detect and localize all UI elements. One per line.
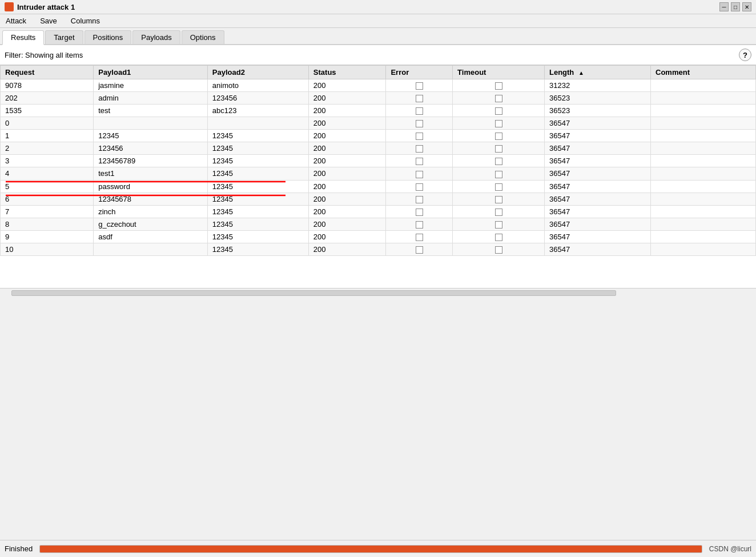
cell-error-checkbox[interactable] (416, 82, 423, 90)
cell-error[interactable] (386, 180, 453, 193)
cell-error-checkbox[interactable] (416, 120, 423, 127)
progress-bar-fill (40, 546, 702, 552)
col-length[interactable]: Length ▲ (544, 66, 650, 79)
cell-error-checkbox[interactable] (416, 133, 423, 140)
table-row[interactable]: 9078jasmineanimoto20031232 (1, 79, 756, 92)
cell-error[interactable] (386, 167, 453, 180)
cell-error[interactable] (386, 243, 453, 255)
cell-error[interactable] (386, 230, 453, 243)
menu-attack[interactable]: Attack (2, 15, 30, 26)
cell-payload1: jasmine (94, 79, 208, 92)
cell-timeout-checkbox[interactable] (495, 246, 502, 254)
cell-timeout[interactable] (453, 167, 545, 180)
results-table-container[interactable]: Request Payload1 Payload2 Status Error T… (0, 65, 756, 288)
cell-error[interactable] (386, 79, 453, 92)
cell-error[interactable] (386, 117, 453, 130)
title-bar-left: Intruder attack 1 (5, 2, 75, 11)
table-row[interactable]: 9asdf1234520036547 (1, 230, 756, 243)
cell-timeout[interactable] (453, 243, 545, 255)
cell-error[interactable] (386, 205, 453, 218)
cell-error-checkbox[interactable] (416, 209, 423, 216)
cell-timeout-checkbox[interactable] (495, 234, 502, 241)
cell-error-checkbox[interactable] (416, 95, 423, 102)
cell-timeout-checkbox[interactable] (495, 183, 502, 191)
cell-error[interactable] (386, 142, 453, 155)
cell-timeout[interactable] (453, 230, 545, 243)
cell-timeout-checkbox[interactable] (495, 196, 502, 203)
cell-timeout[interactable] (453, 92, 545, 105)
cell-timeout[interactable] (453, 155, 545, 167)
table-row[interactable]: 202admin12345620036523 (1, 92, 756, 105)
horizontal-scrollbar[interactable] (0, 288, 756, 297)
cell-error-checkbox[interactable] (416, 183, 423, 191)
close-button[interactable]: ✕ (742, 2, 751, 11)
menu-save[interactable]: Save (37, 15, 61, 26)
table-row[interactable]: 31234567891234520036547 (1, 155, 756, 167)
cell-timeout[interactable] (453, 193, 545, 205)
cell-error-checkbox[interactable] (416, 158, 423, 165)
filter-help-button[interactable]: ? (739, 49, 751, 61)
cell-timeout[interactable] (453, 180, 545, 193)
cell-timeout-checkbox[interactable] (495, 171, 502, 178)
cell-error[interactable] (386, 218, 453, 230)
cell-timeout-checkbox[interactable] (495, 209, 502, 216)
cell-error-checkbox[interactable] (416, 196, 423, 203)
cell-timeout-checkbox[interactable] (495, 82, 502, 90)
table-row[interactable]: 7zinch1234520036547 (1, 205, 756, 218)
cell-comment (651, 205, 756, 218)
table-row[interactable]: 8g_czechout1234520036547 (1, 218, 756, 230)
cell-error[interactable] (386, 105, 453, 117)
cell-request: 4 (1, 167, 94, 180)
cell-error-checkbox[interactable] (416, 145, 423, 153)
tab-target[interactable]: Target (45, 30, 83, 44)
cell-timeout[interactable] (453, 117, 545, 130)
cell-payload2: 12345 (207, 142, 308, 155)
table-row[interactable]: 1123451234520036547 (1, 130, 756, 142)
col-status[interactable]: Status (308, 66, 386, 79)
cell-timeout-checkbox[interactable] (495, 120, 502, 127)
cell-timeout[interactable] (453, 105, 545, 117)
cell-error-checkbox[interactable] (416, 246, 423, 254)
table-row[interactable]: 21234561234520036547 (1, 142, 756, 155)
cell-timeout-checkbox[interactable] (495, 145, 502, 153)
cell-timeout-checkbox[interactable] (495, 95, 502, 102)
tab-positions[interactable]: Positions (85, 30, 132, 44)
cell-error-checkbox[interactable] (416, 221, 423, 229)
cell-error[interactable] (386, 155, 453, 167)
col-comment[interactable]: Comment (651, 66, 756, 79)
col-payload1[interactable]: Payload1 (94, 66, 208, 79)
minimize-button[interactable]: ─ (719, 2, 729, 11)
cell-error-checkbox[interactable] (416, 107, 423, 115)
cell-error-checkbox[interactable] (416, 171, 423, 178)
col-timeout[interactable]: Timeout (453, 66, 545, 79)
cell-error-checkbox[interactable] (416, 234, 423, 241)
table-row[interactable]: 6123456781234520036547 (1, 193, 756, 205)
menu-columns[interactable]: Columns (67, 15, 103, 26)
cell-timeout-checkbox[interactable] (495, 221, 502, 229)
cell-timeout-checkbox[interactable] (495, 107, 502, 115)
table-row[interactable]: 5password1234520036547 (1, 180, 756, 193)
tab-results[interactable]: Results (2, 30, 44, 45)
tab-options[interactable]: Options (182, 30, 224, 44)
cell-timeout[interactable] (453, 142, 545, 155)
cell-timeout[interactable] (453, 218, 545, 230)
table-row[interactable]: 101234520036547 (1, 243, 756, 255)
cell-error[interactable] (386, 193, 453, 205)
cell-timeout-checkbox[interactable] (495, 133, 502, 140)
col-error[interactable]: Error (386, 66, 453, 79)
maximize-button[interactable]: □ (731, 2, 740, 11)
cell-timeout[interactable] (453, 79, 545, 92)
cell-error[interactable] (386, 130, 453, 142)
col-payload2[interactable]: Payload2 (207, 66, 308, 79)
col-request[interactable]: Request (1, 66, 94, 79)
cell-timeout[interactable] (453, 205, 545, 218)
tab-payloads[interactable]: Payloads (132, 30, 180, 44)
cell-error[interactable] (386, 92, 453, 105)
cell-payload2: 12345 (207, 218, 308, 230)
table-row[interactable]: 1535testabc12320036523 (1, 105, 756, 117)
cell-timeout-checkbox[interactable] (495, 158, 502, 165)
cell-request: 9078 (1, 79, 94, 92)
table-row[interactable]: 4test11234520036547 (1, 167, 756, 180)
table-row[interactable]: 020036547 (1, 117, 756, 130)
cell-timeout[interactable] (453, 130, 545, 142)
